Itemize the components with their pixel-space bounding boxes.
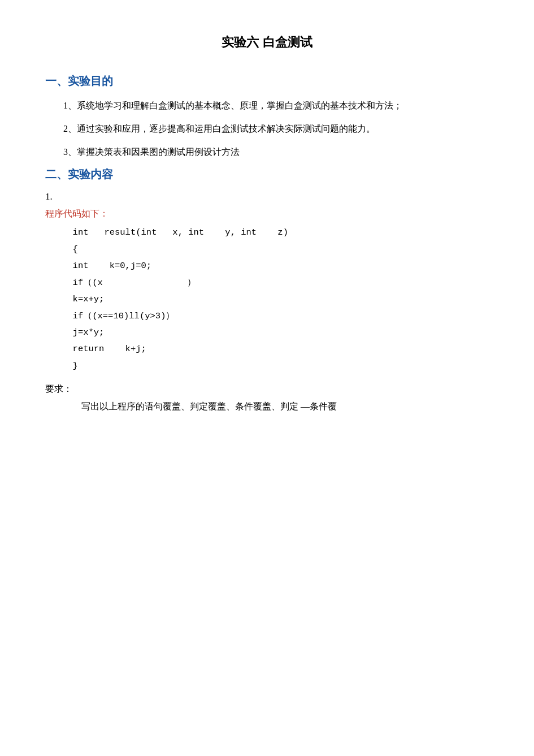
code-line-1: int result(int x, int y, int z) (62, 224, 489, 241)
code-line-3: int k=0,j=0; (62, 258, 489, 274)
page-title: 实验六 白盒测试 (45, 34, 489, 51)
section1-item2: 2、通过实验和应用，逐步提高和运用白盒测试技术解决实际测试问题的能力。 (45, 121, 489, 137)
requirement-text: 写出以上程序的语句覆盖、判定覆盖、条件覆盖、判定 —条件覆 (45, 399, 489, 415)
section1-heading: 一、实验目的 (45, 74, 489, 89)
code-block: int result(int x, int y, int z) { int k=… (62, 224, 489, 374)
code-line-8: return k+j; (62, 341, 489, 357)
code-line-4: if（(x ） (62, 275, 489, 291)
code-line-9: } (62, 358, 489, 374)
requirement-label: 要求： (45, 383, 489, 395)
section1-item1: 1、系统地学习和理解白盒测试的基本概念、原理，掌握白盒测试的基本技术和方法； (45, 98, 489, 114)
code-line-7: j=x*y; (62, 325, 489, 341)
code-line-6: if（(x==10)ll(y>3)） (62, 308, 489, 325)
code-line-5: k=x+y; (62, 291, 489, 308)
code-intro: 程序代码如下： (45, 208, 489, 220)
subsection-label: 1. (45, 191, 489, 202)
page: 实验六 白盒测试 一、实验目的 1、系统地学习和理解白盒测试的基本概念、原理，掌… (0, 0, 534, 756)
section1-item3: 3、掌握决策表和因果图的测试用例设计方法 (45, 144, 489, 161)
section2-heading: 二、实验内容 (45, 167, 489, 182)
code-line-2: { (62, 241, 489, 258)
